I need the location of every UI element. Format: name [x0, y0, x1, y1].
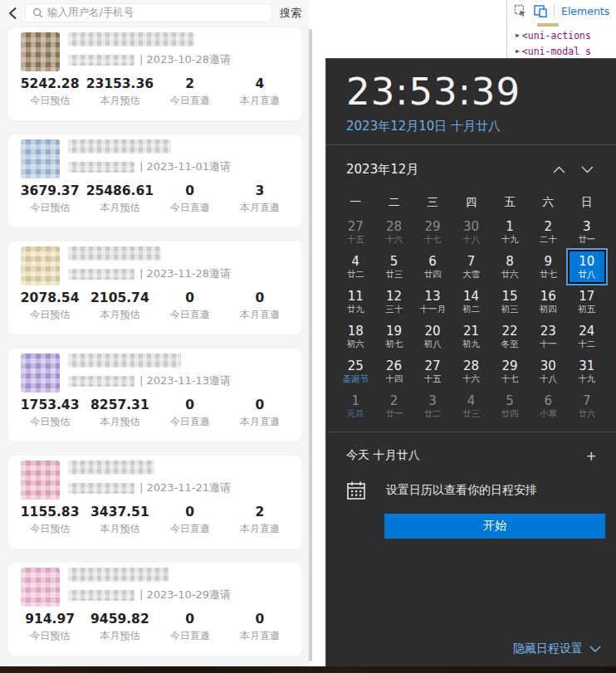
day-cell[interactable]: 9廿七 — [529, 250, 567, 284]
stat-column: 2 今日直邀 — [155, 76, 225, 109]
calendar-icon — [346, 480, 366, 500]
day-number: 1 — [351, 394, 359, 408]
month-label[interactable]: 2023年12月 — [346, 162, 545, 178]
user-card[interactable]: | 2023-10-28邀请 5242.28 今日预估 23153.36 本月预… — [8, 27, 301, 120]
day-cell[interactable]: 27十五 — [336, 215, 374, 249]
day-cell[interactable]: 20初八 — [413, 319, 452, 354]
device-toolbar-icon[interactable] — [534, 5, 547, 17]
day-cell[interactable]: 6廿四 — [413, 250, 452, 284]
user-card[interactable]: | 2023-11-01邀请 3679.37 今日预估 25486.61 本月预… — [8, 134, 301, 227]
day-cell[interactable]: 5廿四 — [491, 389, 529, 423]
search-button[interactable]: 搜索 — [280, 6, 301, 21]
day-number: 18 — [348, 324, 364, 339]
avatar — [21, 139, 60, 178]
day-cell[interactable]: 4廿三 — [452, 389, 490, 423]
lunar-label: 廿九 — [347, 304, 364, 315]
day-cell[interactable]: 3廿一 — [568, 215, 606, 249]
day-cell[interactable]: 30十八 — [529, 354, 567, 388]
user-card[interactable]: | 2023-11-13邀请 1753.43 今日预估 8257.31 本月预估… — [8, 349, 301, 441]
day-cell[interactable]: 3廿二 — [413, 389, 452, 423]
user-list[interactable]: | 2023-10-28邀请 5242.28 今日预估 23153.36 本月预… — [0, 26, 309, 666]
add-event-button[interactable]: ＋ — [579, 444, 603, 467]
redacted-username — [68, 246, 161, 261]
start-button[interactable]: 开始 — [384, 514, 605, 539]
weekday-label: 二 — [374, 192, 413, 212]
stat-value: 2 — [225, 504, 295, 520]
redacted-user-id — [68, 55, 134, 66]
day-number: 17 — [579, 290, 594, 304]
day-cell[interactable]: 13十一月 — [413, 285, 452, 319]
day-cell[interactable]: 4廿二 — [336, 250, 374, 284]
day-number: 5 — [390, 255, 398, 269]
day-cell[interactable]: 31十九 — [568, 354, 606, 388]
day-cell[interactable]: 8廿六 — [491, 250, 529, 284]
day-cell[interactable]: 7廿六 — [568, 389, 606, 423]
day-cell[interactable]: 24十二 — [568, 319, 606, 354]
day-number: 6 — [545, 394, 553, 408]
lunar-label: 十一月 — [419, 304, 446, 315]
lunar-label: 廿二 — [347, 269, 364, 280]
day-cell[interactable]: 29十七 — [491, 354, 529, 388]
dom-node[interactable]: ▶ <uni-actions — [516, 27, 616, 43]
day-cell[interactable]: 22冬至 — [491, 319, 529, 354]
expand-arrow-icon[interactable]: ▶ — [516, 32, 520, 39]
day-cell[interactable]: 21初九 — [452, 319, 490, 354]
expand-arrow-icon[interactable]: ▶ — [516, 47, 520, 55]
user-card[interactable]: | 2023-10-29邀请 914.97 今日预估 9459.82 本月预估 … — [8, 563, 301, 656]
day-number: 15 — [501, 290, 517, 304]
day-number: 23 — [540, 324, 556, 339]
search-input[interactable]: 输入用户名/手机号 — [25, 3, 272, 22]
day-cell[interactable]: 17初五 — [568, 285, 606, 319]
day-cell[interactable]: 14初二 — [452, 285, 490, 319]
day-cell[interactable]: 26十四 — [374, 354, 413, 388]
day-number: 27 — [348, 220, 364, 234]
stat-label: 今日预估 — [15, 306, 85, 323]
tab-elements[interactable]: Elements — [561, 5, 609, 17]
day-cell[interactable]: 28十六 — [452, 354, 490, 388]
lunar-label: 廿三 — [462, 408, 480, 419]
stat-column: 2105.74 本月预估 — [85, 290, 154, 323]
stat-column: 8257.31 本月预估 — [85, 397, 154, 430]
day-cell[interactable]: 16初四 — [529, 285, 567, 319]
stat-value: 3679.37 — [15, 183, 85, 199]
day-cell[interactable]: 2二十 — [529, 215, 567, 249]
day-cell[interactable]: 12三十 — [374, 285, 413, 319]
lunar-label: 廿八 — [578, 269, 595, 280]
day-cell[interactable]: 30十八 — [452, 215, 490, 249]
day-cell[interactable]: 29十七 — [413, 215, 452, 249]
day-cell[interactable]: 6小寒 — [529, 389, 567, 423]
day-cell-selected[interactable]: 10廿八 — [568, 250, 606, 284]
day-cell[interactable]: 7大雪 — [452, 250, 490, 284]
next-month-button[interactable] — [573, 160, 601, 178]
day-cell[interactable]: 15初三 — [491, 285, 529, 319]
day-cell[interactable]: 27十五 — [413, 354, 452, 388]
back-button[interactable] — [0, 7, 25, 20]
day-cell[interactable]: 19初七 — [374, 319, 413, 354]
day-number: 9 — [545, 255, 553, 269]
day-cell[interactable]: 25圣诞节 — [336, 354, 374, 388]
day-cell[interactable]: 5廿三 — [374, 250, 413, 284]
redacted-user-id — [68, 376, 134, 387]
stat-value: 0 — [155, 290, 225, 306]
day-number: 6 — [428, 255, 437, 269]
prev-month-button[interactable] — [545, 160, 573, 178]
day-cell[interactable]: 1十九 — [491, 215, 529, 249]
lunar-label: 初二 — [462, 304, 480, 315]
day-cell[interactable]: 1元旦 — [336, 389, 374, 423]
day-cell[interactable]: 18初六 — [336, 319, 374, 354]
weekday-header: 一二三四五六日 — [326, 192, 616, 212]
agenda-hint-row: 设置日历以查看你的日程安排 — [326, 467, 616, 500]
app-topbar: 输入用户名/手机号 搜索 — [0, 0, 309, 26]
day-cell[interactable]: 2廿一 — [374, 389, 413, 423]
day-cell[interactable]: 28十六 — [374, 215, 413, 249]
list-scrollbar[interactable] — [309, 29, 312, 661]
day-cell[interactable]: 23十一 — [529, 319, 567, 354]
day-cell[interactable]: 11廿九 — [336, 285, 374, 319]
inspect-element-icon[interactable] — [514, 4, 527, 17]
user-card[interactable]: | 2023-11-28邀请 2078.54 今日预估 2105.74 本月预估… — [8, 241, 301, 334]
user-card[interactable]: | 2023-11-21邀请 1155.83 今日预估 3437.51 本月预估… — [8, 456, 301, 549]
stat-column: 2 本月直邀 — [225, 504, 295, 537]
dom-node[interactable]: ▶ <uni-modal s — [516, 43, 616, 58]
hide-agenda-settings[interactable]: 隐藏日程设置 — [513, 641, 601, 656]
day-number: 28 — [463, 359, 479, 373]
